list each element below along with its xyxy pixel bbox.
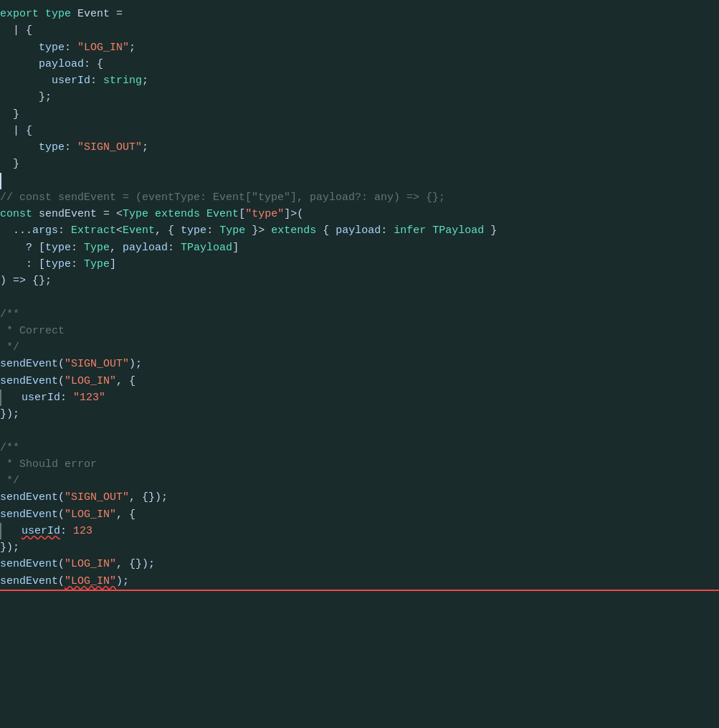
code-line-15: ? [type: Type, payload: TPayload]	[0, 240, 719, 256]
code-line-30: sendEvent("SIGN_OUT", {});	[0, 489, 719, 506]
code-line-27: /**	[0, 440, 719, 456]
code-line-2: | {	[0, 22, 719, 39]
code-line-34: sendEvent("LOG_IN", {});	[0, 556, 719, 572]
code-editor[interactable]: export type Event = | { type: "LOG_IN"; …	[0, 0, 719, 728]
code-line-22: sendEvent("SIGN_OUT");	[0, 356, 719, 372]
code-line-23: sendEvent("LOG_IN", {	[0, 373, 719, 389]
code-line-12: // const sendEvent = (eventType: Event["…	[0, 189, 719, 206]
code-line-25: });	[0, 406, 719, 422]
code-line-20: * Correct	[0, 323, 719, 339]
code-line-33: });	[0, 539, 719, 556]
code-line-32: userId: 123	[0, 523, 719, 539]
code-line-7: }	[0, 106, 719, 123]
code-line-19: /**	[0, 306, 719, 323]
code-line-16: : [type: Type]	[0, 256, 719, 273]
code-line-26	[0, 422, 719, 439]
code-line-21: */	[0, 339, 719, 356]
code-line-18	[0, 289, 719, 306]
code-line-1: export type Event =	[0, 6, 719, 22]
code-line-35: sendEvent("LOG_IN");	[0, 573, 719, 591]
code-line-4: payload: {	[0, 56, 719, 72]
code-line-11	[0, 173, 719, 189]
code-line-24: userId: "123"	[0, 389, 719, 406]
code-line-10: }	[0, 156, 719, 172]
code-line-17: ) => {};	[0, 273, 719, 289]
code-line-28: * Should error	[0, 456, 719, 473]
code-line-31: sendEvent("LOG_IN", {	[0, 506, 719, 523]
code-line-8: | {	[0, 123, 719, 139]
code-line-13: const sendEvent = <Type extends Event["t…	[0, 206, 719, 222]
code-line-9: type: "SIGN_OUT";	[0, 139, 719, 156]
code-line-6: };	[0, 89, 719, 105]
code-line-5: userId: string;	[0, 72, 719, 89]
code-line-29: */	[0, 473, 719, 489]
code-line-3: type: "LOG_IN";	[0, 39, 719, 56]
code-line-14: ...args: Extract<Event, { type: Type }> …	[0, 222, 719, 239]
